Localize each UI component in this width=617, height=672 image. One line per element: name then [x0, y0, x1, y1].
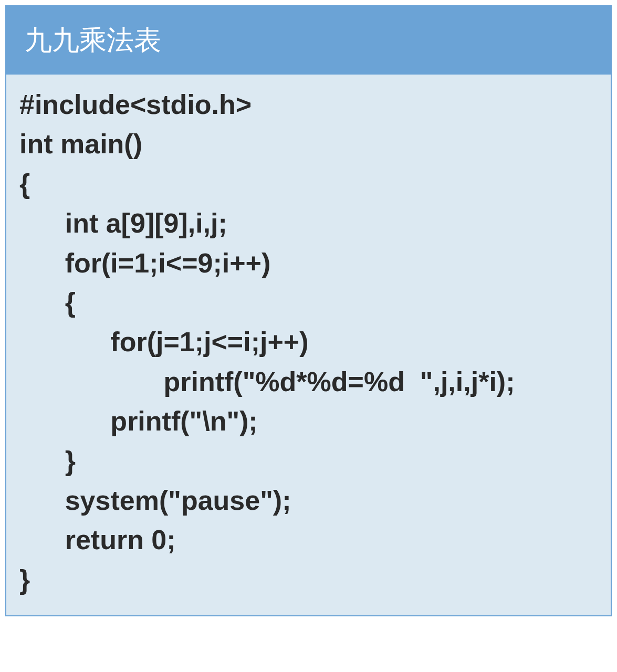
- code-panel: 九九乘法表 #include<stdio.h> int main() { int…: [5, 5, 612, 616]
- code-line-12: return 0;: [19, 524, 176, 555]
- code-line-5: for(i=1;i<=9;i++): [19, 248, 270, 278]
- code-line-13: }: [19, 564, 30, 595]
- code-line-10: }: [19, 446, 76, 476]
- code-line-6: {: [19, 287, 76, 318]
- code-line-2: int main(): [19, 129, 142, 159]
- code-block: #include<stdio.h> int main() { int a[9][…: [6, 75, 611, 615]
- panel-title: 九九乘法表: [6, 6, 611, 75]
- code-line-7: for(j=1;j<=i;j++): [19, 327, 309, 357]
- code-line-9: printf("\n");: [19, 406, 258, 436]
- code-line-1: #include<stdio.h>: [19, 89, 252, 120]
- code-line-4: int a[9][9],i,j;: [19, 208, 227, 238]
- code-line-8: printf("%d*%d=%d ",j,i,j*i);: [19, 366, 515, 397]
- code-line-11: system("pause");: [19, 485, 291, 516]
- code-line-3: {: [19, 169, 30, 199]
